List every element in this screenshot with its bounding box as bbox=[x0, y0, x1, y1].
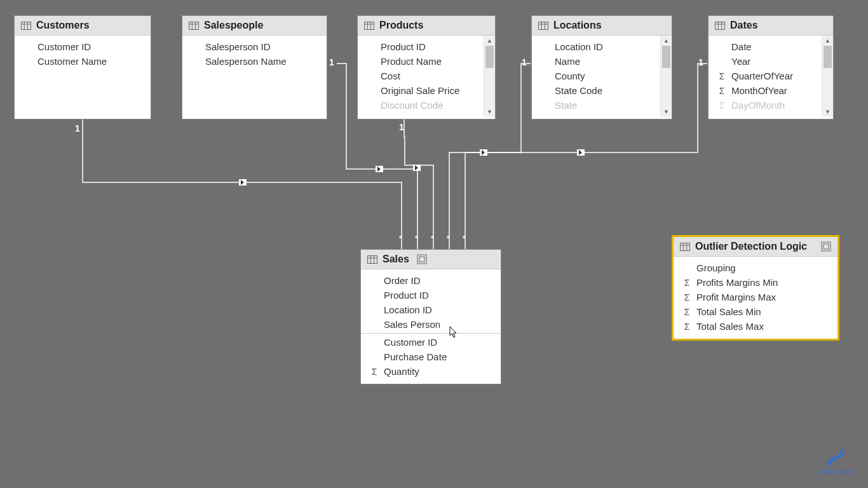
scroll-thumb[interactable] bbox=[485, 46, 494, 68]
table-locations[interactable]: Locations Location ID Name County State … bbox=[531, 15, 672, 119]
field-label: Year bbox=[731, 56, 750, 67]
scroll-thumb[interactable] bbox=[824, 46, 832, 68]
scroll-up-icon[interactable]: ▲ bbox=[661, 36, 672, 46]
table-header[interactable]: Sales bbox=[361, 250, 501, 269]
field-item[interactable]: Salesperson ID bbox=[182, 39, 327, 54]
field-item[interactable]: ΣDayOfMonth bbox=[709, 98, 833, 112]
field-label: Customer ID bbox=[384, 337, 437, 348]
table-sales[interactable]: Sales Order ID Product ID Location ID Sa… bbox=[360, 249, 501, 384]
table-icon bbox=[680, 243, 690, 251]
field-item[interactable]: Customer ID bbox=[15, 39, 151, 54]
cardinality-one: 1 bbox=[399, 122, 404, 132]
scroll-down-icon[interactable]: ▼ bbox=[661, 107, 672, 117]
field-label: MonthOfYear bbox=[731, 85, 787, 96]
cardinality-one: 1 bbox=[75, 123, 80, 133]
table-icon bbox=[538, 22, 548, 30]
scroll-up-icon[interactable]: ▲ bbox=[484, 36, 495, 46]
field-item[interactable]: ΣTotal Sales Max bbox=[674, 319, 837, 334]
field-label: Profits Margins Min bbox=[696, 277, 778, 288]
filter-direction-icon bbox=[413, 165, 421, 171]
cardinality-many: * bbox=[399, 234, 402, 242]
field-label: Total Sales Min bbox=[696, 306, 761, 317]
field-label: Product ID bbox=[384, 290, 429, 301]
table-dates[interactable]: Dates Date Year ΣQuarterOfYear ΣMonthOfY… bbox=[708, 15, 834, 119]
svg-rect-24 bbox=[417, 255, 426, 264]
table-header[interactable]: Outlier Detection Logic bbox=[674, 237, 837, 257]
field-item[interactable]: State bbox=[532, 98, 672, 112]
field-label: Name bbox=[555, 56, 580, 67]
field-item[interactable]: Product ID bbox=[358, 39, 495, 54]
scroll-down-icon[interactable]: ▼ bbox=[484, 107, 495, 117]
field-item[interactable]: Product Name bbox=[358, 54, 495, 69]
field-item[interactable]: ΣQuantity bbox=[361, 364, 501, 379]
field-label: Cost bbox=[381, 71, 400, 81]
field-item[interactable]: Salesperson Name bbox=[182, 54, 327, 69]
table-title: Locations bbox=[553, 20, 602, 31]
table-header[interactable]: Customers bbox=[15, 16, 151, 36]
field-item[interactable]: Date bbox=[709, 39, 833, 54]
field-label: Salesperson ID bbox=[205, 41, 271, 52]
field-item[interactable]: ΣQuarterOfYear bbox=[709, 69, 833, 83]
field-item[interactable]: Location ID bbox=[532, 39, 672, 54]
table-customers[interactable]: Customers Customer ID Customer Name bbox=[14, 15, 151, 119]
field-item[interactable]: Purchase Date bbox=[361, 349, 501, 364]
sigma-icon: Σ bbox=[681, 307, 693, 317]
table-header[interactable]: Dates bbox=[709, 16, 833, 36]
table-products[interactable]: Products Product ID Product Name Cost Or… bbox=[357, 15, 496, 119]
scroll-down-icon[interactable]: ▼ bbox=[822, 107, 833, 117]
field-item[interactable]: Cost bbox=[358, 69, 495, 83]
field-item[interactable]: ΣProfit Margins Max bbox=[674, 290, 837, 304]
field-label: Salesperson Name bbox=[205, 56, 287, 67]
field-item[interactable]: County bbox=[532, 69, 672, 83]
table-header[interactable]: Products bbox=[358, 16, 495, 36]
field-label: Original Sale Price bbox=[381, 85, 459, 96]
scrollbar[interactable]: ▲ ▼ bbox=[660, 36, 672, 117]
table-icon bbox=[364, 22, 374, 30]
field-item[interactable]: Name bbox=[532, 54, 672, 69]
scroll-up-icon[interactable]: ▲ bbox=[822, 36, 833, 46]
field-item[interactable]: Original Sale Price bbox=[358, 83, 495, 98]
field-label: Order ID bbox=[384, 275, 421, 286]
field-item[interactable]: Year bbox=[709, 54, 833, 69]
table-header[interactable]: Salespeople bbox=[182, 16, 327, 36]
scrollbar[interactable]: ▲ ▼ bbox=[822, 36, 833, 117]
filter-direction-icon bbox=[480, 149, 487, 156]
field-item[interactable]: Customer ID bbox=[361, 335, 501, 349]
cardinality-one: 1 bbox=[698, 57, 703, 67]
field-item[interactable]: Sales Person bbox=[361, 317, 501, 332]
field-item[interactable]: ΣTotal Sales Min bbox=[674, 304, 837, 319]
sigma-icon: Σ bbox=[681, 292, 693, 302]
field-label: County bbox=[555, 71, 585, 81]
field-item[interactable]: Location ID bbox=[361, 302, 501, 317]
svg-rect-8 bbox=[365, 22, 374, 29]
table-header[interactable]: Locations bbox=[532, 16, 672, 36]
field-label: Location ID bbox=[555, 41, 603, 52]
field-label: State bbox=[555, 100, 577, 111]
field-label: QuarterOfYear bbox=[731, 71, 793, 81]
field-item[interactable]: ΣMonthOfYear bbox=[709, 83, 833, 98]
field-label: Customer ID bbox=[37, 41, 91, 52]
field-item[interactable]: Product ID bbox=[361, 288, 501, 302]
field-item[interactable]: ΣProfits Margins Min bbox=[674, 275, 837, 290]
cardinality-many: * bbox=[415, 234, 417, 242]
table-title: Sales bbox=[383, 254, 409, 265]
field-label: Product ID bbox=[381, 41, 426, 52]
field-item[interactable]: Order ID bbox=[361, 273, 501, 288]
sigma-icon: Σ bbox=[716, 86, 728, 96]
cardinality-many: * bbox=[447, 234, 449, 242]
table-salespeople[interactable]: Salespeople Salesperson ID Salesperson N… bbox=[182, 15, 327, 119]
table-outlier-detection-logic[interactable]: Outlier Detection Logic Grouping ΣProfit… bbox=[672, 235, 839, 341]
table-title: Dates bbox=[730, 20, 758, 31]
scrollbar[interactable]: ▲ ▼ bbox=[484, 36, 495, 117]
fullscreen-icon[interactable] bbox=[821, 241, 831, 252]
cardinality-many: * bbox=[431, 234, 433, 242]
field-label: Date bbox=[731, 41, 752, 52]
field-item[interactable]: Discount Code bbox=[358, 98, 495, 112]
divider bbox=[361, 333, 501, 334]
field-item[interactable]: Grouping bbox=[674, 261, 837, 275]
scroll-thumb[interactable] bbox=[662, 46, 670, 68]
field-item[interactable]: Customer Name bbox=[15, 54, 151, 69]
field-item[interactable]: State Code bbox=[532, 83, 672, 98]
table-icon bbox=[21, 22, 31, 30]
cardinality-one: 1 bbox=[522, 57, 527, 67]
